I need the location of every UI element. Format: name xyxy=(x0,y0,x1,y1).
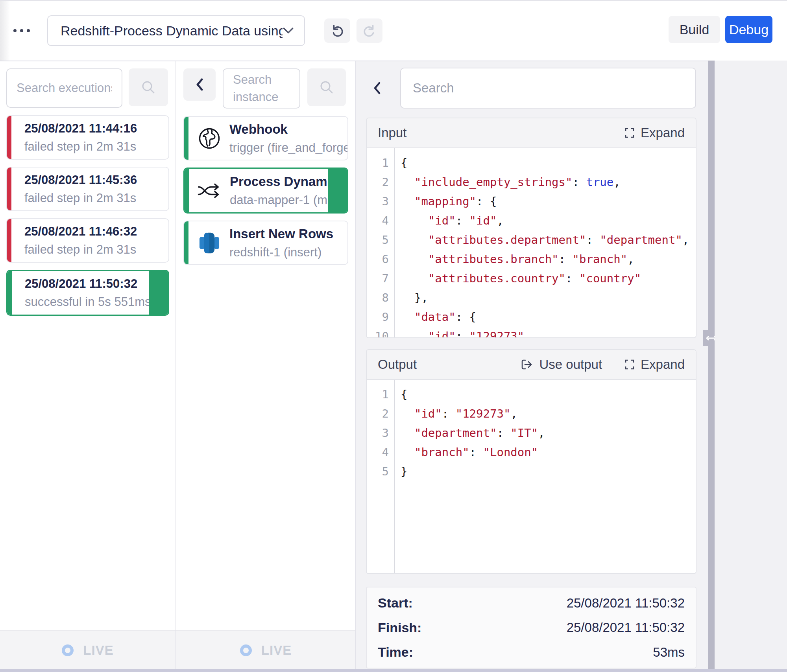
code-line: 6 "attributes.branch": "branch", xyxy=(367,249,696,269)
execution-status: failed step in 2m 31s xyxy=(24,140,137,154)
output-code-editor[interactable]: 1{2 "id": "129273",3 "department": "IT",… xyxy=(367,380,696,573)
code-text: "data": { xyxy=(389,310,476,324)
code-line: 4 "branch": "London" xyxy=(367,442,696,462)
more-menu-icon[interactable] xyxy=(13,27,39,35)
bottom-edge-strip xyxy=(0,669,787,672)
time-label: Time: xyxy=(378,644,413,660)
steps-search-button[interactable] xyxy=(307,68,346,106)
code-text: "id": "129273", xyxy=(389,407,517,420)
redo-button[interactable] xyxy=(357,18,382,43)
globe-icon xyxy=(184,126,229,151)
line-number: 9 xyxy=(367,310,389,324)
code-text: { xyxy=(389,388,407,401)
steps-list: Webhooktrigger (fire_and_forget)Process … xyxy=(176,109,355,265)
steps-search-input[interactable]: Search instance xyxy=(223,68,300,109)
execution-timestamp: 25/08/2021 11:50:32 xyxy=(25,277,151,291)
undo-button[interactable] xyxy=(324,18,350,43)
steps-back-button[interactable] xyxy=(183,68,216,101)
line-number: 5 xyxy=(367,465,389,478)
executions-search-input[interactable] xyxy=(6,68,122,108)
line-number: 1 xyxy=(367,156,389,169)
input-code-editor[interactable]: 1{2 "include_empty_strings": true,3 "map… xyxy=(367,148,696,337)
line-number: 8 xyxy=(367,291,389,304)
code-text: } xyxy=(389,465,407,478)
execution-item-body: 25/08/2021 11:50:32successful in 5s 551m… xyxy=(7,277,151,309)
shuffle-icon xyxy=(185,181,230,201)
detail-search-input[interactable] xyxy=(400,68,696,109)
input-expand-button[interactable]: Expand xyxy=(624,125,685,140)
expand-icon xyxy=(624,127,635,138)
step-item-body: Insert New Rowsredshift-1 (insert) xyxy=(229,226,333,260)
steps-live-footer: LIVE xyxy=(176,630,355,669)
expand-label: Expand xyxy=(641,357,685,372)
code-text: "include_empty_strings": true, xyxy=(389,175,621,189)
line-number: 4 xyxy=(367,214,389,227)
expand-icon xyxy=(624,359,635,370)
finish-label: Finish: xyxy=(378,620,421,635)
build-button[interactable]: Build xyxy=(669,16,720,43)
code-line: 10 "id": "129273" xyxy=(367,326,696,337)
code-text: "mapping": { xyxy=(389,195,497,208)
steps-search-placeholder: Search instance xyxy=(233,71,290,106)
use-output-button[interactable]: Use output xyxy=(520,357,602,372)
status-stripe xyxy=(7,168,11,210)
execution-item[interactable]: 25/08/2021 11:46:32failed step in 2m 31s xyxy=(6,218,169,263)
execution-timestamp: 25/08/2021 11:46:32 xyxy=(24,225,137,239)
live-label: LIVE xyxy=(261,643,292,658)
executions-search-button[interactable] xyxy=(129,68,168,106)
code-line: 7 "attributes.country": "country" xyxy=(367,269,696,288)
workflow-step-item[interactable]: Insert New Rowsredshift-1 (insert) xyxy=(183,221,348,265)
workflow-debugger-screen: Redshift-Process Dynamic Data using dat.… xyxy=(0,0,787,672)
code-line: 9 "data": { xyxy=(367,307,696,326)
code-line: 8 }, xyxy=(367,288,696,307)
execution-timestamp: 25/08/2021 11:44:16 xyxy=(24,122,137,136)
execution-item[interactable]: 25/08/2021 11:44:16failed step in 2m 31s xyxy=(6,115,169,160)
workflow-name: Redshift-Process Dynamic Data using dat.… xyxy=(61,23,283,39)
execution-item[interactable]: 25/08/2021 11:50:32successful in 5s 551m… xyxy=(6,270,169,316)
expand-label: Expand xyxy=(641,125,685,140)
steps-search-row: Search instance xyxy=(176,61,355,109)
start-label: Start: xyxy=(378,595,413,611)
input-header: Input Expand xyxy=(367,118,696,148)
top-bar: Redshift-Process Dynamic Data using dat.… xyxy=(0,1,787,61)
line-number: 1 xyxy=(367,388,389,401)
input-section: Input Expand 1{2 "include_empty_strings"… xyxy=(366,118,696,338)
code-text: { xyxy=(389,156,407,169)
status-stripe xyxy=(185,169,189,212)
live-status-icon xyxy=(240,644,252,656)
workflow-selector-dropdown[interactable]: Redshift-Process Dynamic Data using dat.… xyxy=(47,15,305,46)
code-line: 3 "mapping": { xyxy=(367,191,696,211)
panel-resize-bar[interactable] xyxy=(708,61,715,669)
status-stripe xyxy=(7,219,11,262)
detail-back-button[interactable] xyxy=(368,81,386,95)
output-section: Output Use output Expa xyxy=(366,349,696,574)
workflow-step-item[interactable]: Process Dynami...data-mapper-1 (m... xyxy=(183,168,348,214)
use-output-icon xyxy=(520,359,534,370)
output-header: Output Use output Expa xyxy=(367,350,696,380)
output-expand-button[interactable]: Expand xyxy=(624,357,685,372)
execution-item[interactable]: 25/08/2021 11:45:36failed step in 2m 31s xyxy=(6,167,169,211)
live-status-icon xyxy=(62,644,74,656)
code-text: }, xyxy=(389,291,428,304)
code-line: 4 "id": "id", xyxy=(367,211,696,230)
execution-timestamp: 25/08/2021 11:45:36 xyxy=(24,173,137,187)
step-subtitle: redshift-1 (insert) xyxy=(229,245,333,260)
debug-button[interactable]: Debug xyxy=(725,16,772,43)
code-line: 1{ xyxy=(367,385,696,404)
detail-search-row xyxy=(356,61,708,109)
workflow-step-item[interactable]: Webhooktrigger (fire_and_forget) xyxy=(183,116,348,160)
code-line: 2 "id": "129273", xyxy=(367,404,696,423)
search-icon xyxy=(140,79,157,96)
line-number: 2 xyxy=(367,407,389,420)
step-title: Insert New Rows xyxy=(229,226,333,241)
executions-live-footer: LIVE xyxy=(0,630,176,669)
redo-icon xyxy=(362,23,377,38)
code-line: 1{ xyxy=(367,153,696,172)
execution-status: successful in 5s 551ms xyxy=(25,295,151,309)
executions-list: 25/08/2021 11:44:16failed step in 2m 31s… xyxy=(0,108,176,316)
right-empty-area xyxy=(715,61,787,669)
execution-status: failed step in 2m 31s xyxy=(24,191,137,205)
line-number: 5 xyxy=(367,233,389,247)
code-text: "id": "id", xyxy=(389,214,504,227)
finish-value: 25/08/2021 11:50:32 xyxy=(567,620,685,635)
